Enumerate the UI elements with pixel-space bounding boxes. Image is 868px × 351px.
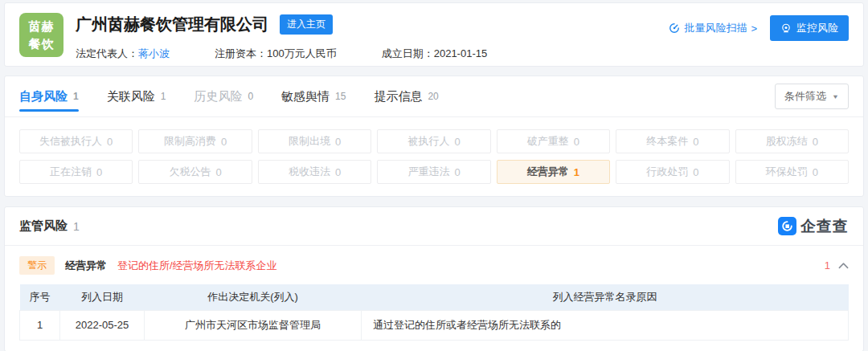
risk-cell-count: 0 bbox=[335, 166, 341, 178]
risk-cell-yanzhongweifa[interactable]: 严重违法0 bbox=[377, 160, 490, 184]
established-label: 成立日期： bbox=[382, 47, 434, 59]
risk-cell-label: 正在注销 bbox=[50, 165, 92, 179]
legal-rep-link[interactable]: 蒋小波 bbox=[138, 47, 170, 59]
company-info-row: 法定代表人：蒋小波 注册资本：100万元人民币 成立日期：2021-01-15 bbox=[76, 47, 669, 61]
risk-cell-label: 限制高消费 bbox=[164, 134, 216, 149]
risk-cell-zhengzaizhuxiao[interactable]: 正在注销0 bbox=[19, 160, 133, 184]
company-logo-line2: 餐饮 bbox=[29, 35, 55, 53]
tab-label: 敏感舆情 bbox=[281, 89, 330, 104]
tab-count: 20 bbox=[428, 91, 438, 102]
risk-cell-label: 失信被执行人 bbox=[39, 134, 102, 149]
qichacha-wordmark: 企查查 bbox=[800, 216, 849, 237]
risk-cell-label: 环保处罚 bbox=[766, 165, 808, 179]
col-header-seq: 序号 bbox=[20, 284, 60, 310]
col-header-authority: 作出决定机关(列入) bbox=[145, 284, 362, 310]
monitor-risk-button[interactable]: 监控风险 bbox=[770, 15, 849, 41]
risk-cell-zhongbenanjian[interactable]: 终本案件0 bbox=[616, 129, 729, 153]
chevron-up-icon[interactable] bbox=[838, 262, 849, 269]
radar-icon bbox=[669, 22, 680, 34]
risk-cell-jingyingyichang[interactable]: 经营异常1 bbox=[497, 160, 610, 184]
qichacha-logo: 企查查 bbox=[778, 216, 849, 237]
risk-cell-count: 0 bbox=[335, 136, 341, 148]
cell-reason: 通过登记的住所或者经营场所无法联系的 bbox=[362, 310, 849, 340]
enter-homepage-button[interactable]: 进入主页 bbox=[280, 14, 333, 35]
risk-cell-guquandongjie[interactable]: 股权冻结0 bbox=[735, 129, 849, 153]
cell-authority: 广州市天河区市场监督管理局 bbox=[145, 310, 362, 340]
risk-cell-label: 破产重整 bbox=[527, 134, 569, 149]
risk-cell-label: 终本案件 bbox=[646, 134, 688, 149]
risk-cell-count: 0 bbox=[693, 136, 698, 148]
risk-cell-huanbaochufa[interactable]: 环保处罚0 bbox=[735, 160, 849, 184]
risk-tabs-card: 自身风险 1 关联风险 1 历史风险 0 敏感舆情 15 提示信息 20 条件筛… bbox=[4, 76, 864, 197]
risk-cell-count: 0 bbox=[813, 166, 818, 178]
tab-count: 1 bbox=[73, 91, 79, 102]
risk-cell-count: 0 bbox=[574, 136, 579, 148]
batch-risk-scan-arrow: > bbox=[751, 22, 757, 35]
established-value: 2021-01-15 bbox=[434, 47, 488, 59]
warning-type: 经营异常 bbox=[65, 259, 107, 273]
monitor-risk-label: 监控风险 bbox=[796, 21, 838, 35]
section-title: 监管风险 bbox=[19, 218, 68, 234]
warning-count: 1 bbox=[825, 259, 830, 271]
risk-cell-pochanchongzheng[interactable]: 破产重整0 bbox=[497, 129, 610, 153]
risk-cell-xingzhengchufa[interactable]: 行政处罚0 bbox=[616, 160, 729, 184]
risk-cell-count: 0 bbox=[454, 166, 460, 178]
risk-cell-count: 0 bbox=[813, 136, 818, 148]
tab-count: 1 bbox=[161, 91, 166, 102]
table-header-row: 序号 列入日期 作出决定机关(列入) 列入经营异常名录原因 bbox=[20, 284, 849, 310]
tab-count: 0 bbox=[248, 91, 253, 102]
company-header-card: 茵赫 餐饮 广州茵赫餐饮管理有限公司 进入主页 法定代表人：蒋小波 注册资本：1… bbox=[4, 2, 864, 67]
warning-description: 登记的住所/经营场所无法联系企业 bbox=[117, 259, 277, 273]
legal-rep-label: 法定代表人： bbox=[76, 47, 138, 59]
risk-cell-count: 0 bbox=[454, 136, 460, 148]
risk-cell-count: 1 bbox=[574, 166, 579, 178]
warning-badge: 警示 bbox=[19, 256, 55, 275]
warning-accordion-header[interactable]: 警示 经营异常 登记的住所/经营场所无法联系企业 1 bbox=[5, 246, 863, 284]
risk-cell-count: 0 bbox=[96, 166, 102, 178]
risk-cell-label: 被执行人 bbox=[407, 134, 449, 149]
cell-seq: 1 bbox=[20, 310, 60, 340]
col-header-reason: 列入经营异常名录原因 bbox=[362, 284, 849, 310]
qichacha-icon bbox=[778, 217, 796, 235]
batch-risk-scan-link[interactable]: 批量风险扫描 > bbox=[669, 21, 757, 35]
risk-category-grid: 失信被执行人0 限制高消费0 限制出境0 被执行人0 破产重整0 终本案件0 股… bbox=[5, 117, 863, 184]
risk-cell-qianshuigonggao[interactable]: 欠税公告0 bbox=[138, 160, 252, 184]
reg-capital-label: 注册资本： bbox=[215, 47, 267, 59]
chevron-down-icon: ▼ bbox=[832, 93, 839, 100]
tab-sensitive-news[interactable]: 敏感舆情 15 bbox=[281, 76, 346, 116]
risk-cell-label: 限制出境 bbox=[289, 134, 330, 149]
tab-related-risk[interactable]: 关联风险 1 bbox=[107, 76, 166, 116]
company-name: 广州茵赫餐饮管理有限公司 bbox=[76, 14, 268, 35]
risk-cell-xianzhichujing[interactable]: 限制出境0 bbox=[258, 129, 371, 153]
tab-hint-info[interactable]: 提示信息 20 bbox=[374, 76, 438, 116]
section-count: 1 bbox=[73, 220, 80, 233]
risk-cell-label: 欠税公告 bbox=[170, 165, 211, 179]
company-logo-line1: 茵赫 bbox=[29, 18, 55, 35]
company-logo: 茵赫 餐饮 bbox=[19, 13, 63, 57]
risk-cell-beizhixingren[interactable]: 被执行人0 bbox=[377, 129, 490, 153]
tab-self-risk[interactable]: 自身风险 1 bbox=[19, 76, 79, 116]
batch-risk-scan-label: 批量风险扫描 bbox=[684, 21, 747, 35]
risk-cell-label: 严重违法 bbox=[407, 165, 449, 179]
col-header-date: 列入日期 bbox=[60, 284, 145, 310]
risk-cell-count: 0 bbox=[216, 166, 222, 178]
reg-capital-value: 100万元人民币 bbox=[267, 47, 337, 59]
risk-cell-shixin[interactable]: 失信被执行人0 bbox=[19, 129, 133, 153]
cell-date: 2022-05-25 bbox=[60, 310, 145, 340]
tab-label: 自身风险 bbox=[19, 89, 68, 104]
monitor-icon bbox=[780, 22, 792, 34]
abnormal-operation-table: 序号 列入日期 作出决定机关(列入) 列入经营异常名录原因 1 2022-05-… bbox=[19, 284, 849, 341]
table-row: 1 2022-05-25 广州市天河区市场监督管理局 通过登记的住所或者经营场所… bbox=[20, 310, 849, 340]
condition-filter-label: 条件筛选 bbox=[784, 89, 826, 104]
tab-count: 15 bbox=[335, 91, 346, 102]
risk-cell-xianzhigaoxiaofei[interactable]: 限制高消费0 bbox=[138, 129, 252, 153]
risk-cell-shuishouweifa[interactable]: 税收违法0 bbox=[258, 160, 371, 184]
condition-filter-button[interactable]: 条件筛选 ▼ bbox=[775, 84, 849, 109]
risk-cell-label: 经营异常 bbox=[527, 165, 569, 179]
tab-label: 关联风险 bbox=[107, 89, 155, 104]
risk-cell-count: 0 bbox=[107, 136, 113, 148]
risk-cell-label: 股权冻结 bbox=[766, 134, 808, 149]
risk-cell-label: 行政处罚 bbox=[646, 165, 688, 179]
risk-cell-count: 0 bbox=[693, 166, 698, 178]
tab-history-risk[interactable]: 历史风险 0 bbox=[194, 76, 253, 116]
